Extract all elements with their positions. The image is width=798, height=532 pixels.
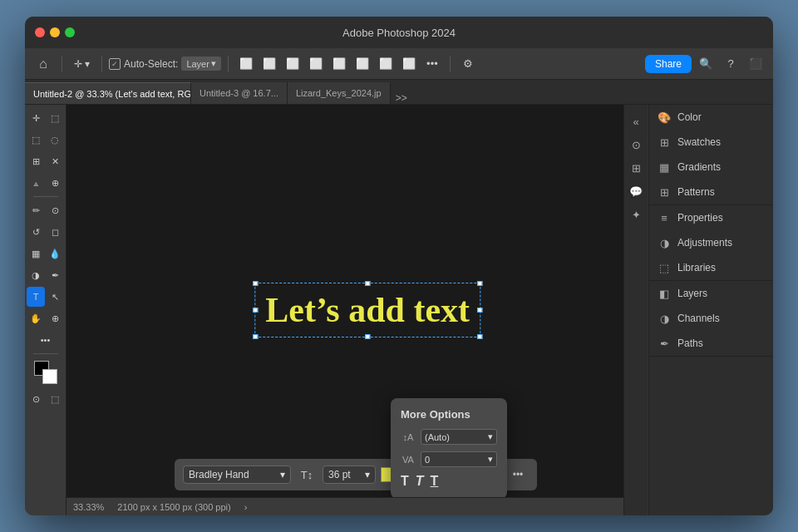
toolbar-sep-1 [62, 56, 62, 72]
history-panel-icon[interactable]: ⊙ [626, 135, 646, 155]
toolbar-sep-4 [450, 56, 451, 72]
traffic-lights [35, 27, 75, 37]
right-panel: 🎨 Color ⊞ Swatches ▦ Gradients ⊞ Pattern… [648, 105, 773, 515]
handle-mid-right[interactable] [477, 308, 482, 313]
align-bottom-icon[interactable]: ⬜ [352, 53, 373, 75]
maximize-button[interactable] [65, 27, 75, 37]
leading-dropdown[interactable]: (Auto) ▾ [421, 429, 497, 445]
tabs-bar: Untitled-2 @ 33.3% (Let's add text, RGB/… [25, 80, 773, 105]
gradients-panel-item[interactable]: ▦ Gradients [649, 155, 773, 180]
zoom-level: 33.33% [73, 502, 104, 512]
gradient-tool[interactable]: ▦ [27, 244, 45, 264]
font-size-selector[interactable]: 36 pt ▾ [323, 466, 376, 484]
color-swatches[interactable] [34, 361, 57, 384]
move-icon: ✛ [74, 58, 82, 70]
handle-top-mid[interactable] [365, 281, 370, 286]
libraries-icon: ⬚ [658, 261, 671, 274]
text-bold-btn[interactable]: T [401, 474, 409, 489]
crop-tool[interactable]: ⊞ [27, 151, 45, 171]
history-brush-tool[interactable]: ↺ [27, 222, 45, 242]
stamp-tool[interactable]: ⊙ [46, 200, 64, 220]
tabs-overflow-btn[interactable]: >> [391, 92, 412, 104]
handle-bot-mid[interactable] [365, 334, 370, 339]
move-tool[interactable]: ✛ [27, 108, 45, 128]
handle-mid-left[interactable] [253, 308, 258, 313]
paths-panel-item[interactable]: ✒ Paths [649, 331, 773, 356]
main-toolbar: ⌂ ✛ ▾ ✓ Auto-Select: Layer ▾ ⬜ ⬜ ⬜ ⬜ ⬜ ⬜… [25, 48, 773, 80]
font-selector[interactable]: Bradley Hand ▾ [183, 466, 291, 484]
chat-panel-icon[interactable]: 💬 [626, 181, 646, 201]
close-button[interactable] [35, 27, 45, 37]
brush-tool[interactable]: ✏ [27, 200, 45, 220]
canvas-area: Let’s add text Bradley Hand ▾ T↕ 36 pt ▾… [66, 105, 623, 515]
distribute-h-icon[interactable]: ⬜ [375, 53, 397, 75]
handle-bot-right[interactable] [477, 334, 482, 339]
auto-select-checkbox[interactable]: ✓ [109, 58, 121, 70]
align-middle-v-icon[interactable]: ⬜ [328, 53, 350, 75]
align-center-h-icon[interactable]: ⬜ [259, 53, 280, 75]
frames-panel-icon[interactable]: ⊞ [626, 158, 646, 178]
tools-panel: ✛ ⬚ ⬚ ◌ ⊞ ✕ ⟁ ⊕ ✏ ⊙ ↺ ◻ [25, 105, 66, 515]
dodge-tool[interactable]: ◑ [27, 265, 45, 285]
background-color[interactable] [42, 369, 57, 384]
properties-section: ≡ Properties ◑ Adjustments ⬚ Libraries [649, 205, 773, 281]
lasso-tool[interactable]: ◌ [46, 130, 64, 150]
text-italic-btn[interactable]: T [416, 474, 424, 489]
pen-tool[interactable]: ✒ [46, 265, 64, 285]
collapse-panels-btn[interactable]: « [626, 111, 646, 131]
hand-tool[interactable]: ✋ [27, 308, 45, 328]
slice-tool[interactable]: ✕ [46, 151, 64, 171]
align-left-icon[interactable]: ⬜ [235, 53, 257, 75]
text-style-btns: T T T [401, 474, 497, 489]
more-text-options-btn[interactable]: ••• [507, 464, 529, 485]
share-button[interactable]: Share [645, 55, 692, 73]
tab-untitled-2[interactable]: Untitled-2 @ 33.3% (Let's add text, RGB/… [25, 82, 191, 104]
tool-divider-2 [33, 353, 58, 354]
text-underline-btn[interactable]: T [431, 474, 439, 489]
screen-mode-tool[interactable]: ⬚ [46, 389, 64, 409]
layers-panel-item[interactable]: ◧ Layers [649, 281, 773, 306]
workspace-icon[interactable]: ⬛ [745, 53, 766, 75]
more-options-icon[interactable]: ••• [421, 53, 443, 75]
tab-lizard-keys[interactable]: Lizard_Keys_2024.jp [288, 82, 391, 104]
extra-tool[interactable]: ••• [37, 330, 55, 350]
marquee-tool[interactable]: ⬚ [27, 130, 45, 150]
color-panel-item[interactable]: 🎨 Color [649, 105, 773, 130]
align-top-icon[interactable]: ⬜ [305, 53, 327, 75]
quick-mask-tool[interactable]: ⊙ [27, 389, 45, 409]
adjustments-panel-item[interactable]: ◑ Adjustments [649, 230, 773, 255]
status-bar: 33.33% 2100 px x 1500 px (300 ppi) › [66, 497, 623, 515]
type-tool[interactable]: T [27, 287, 45, 307]
properties-panel-item[interactable]: ≡ Properties [649, 205, 773, 230]
canvas-text[interactable]: Let’s add text [265, 291, 470, 329]
distribute-v-icon[interactable]: ⬜ [398, 53, 420, 75]
handle-bot-left[interactable] [253, 334, 258, 339]
tab-untitled-3[interactable]: Untitled-3 @ 16.7... [191, 82, 288, 104]
eyedropper-tool[interactable]: ⟁ [27, 173, 45, 193]
healing-tool[interactable]: ⊕ [46, 173, 64, 193]
settings-icon[interactable]: ⚙ [457, 53, 479, 75]
toolbar-sep-2 [101, 56, 102, 72]
channels-panel-item[interactable]: ◑ Channels [649, 306, 773, 331]
zoom-tool[interactable]: ⊕ [46, 308, 64, 328]
tracking-dropdown[interactable]: 0 ▾ [421, 451, 497, 467]
align-right-icon[interactable]: ⬜ [282, 53, 303, 75]
minimize-button[interactable] [50, 27, 60, 37]
layer-dropdown[interactable]: Layer ▾ [181, 57, 221, 71]
canvas-content: Let’s add text [254, 283, 480, 337]
tracking-icon: VA [401, 452, 416, 467]
eraser-tool[interactable]: ◻ [46, 222, 64, 242]
handle-top-right[interactable] [477, 281, 482, 286]
neural-panel-icon[interactable]: ✦ [626, 204, 646, 224]
help-icon[interactable]: ? [720, 53, 741, 75]
blur-tool[interactable]: 💧 [46, 244, 64, 264]
move-tool-options[interactable]: ✛ ▾ [69, 56, 95, 72]
handle-top-left[interactable] [253, 281, 258, 286]
patterns-panel-item[interactable]: ⊞ Patterns [649, 180, 773, 204]
search-icon[interactable]: 🔍 [695, 53, 717, 75]
swatches-panel-item[interactable]: ⊞ Swatches [649, 130, 773, 155]
artboard-tool[interactable]: ⬚ [46, 108, 64, 128]
select-tool[interactable]: ↖ [46, 287, 64, 307]
libraries-panel-item[interactable]: ⬚ Libraries [649, 255, 773, 280]
home-button[interactable]: ⌂ [32, 52, 55, 76]
